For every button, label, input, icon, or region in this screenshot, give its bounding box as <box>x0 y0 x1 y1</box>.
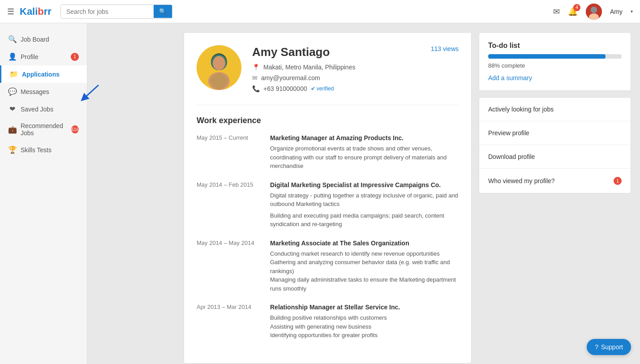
who-viewed-item[interactable]: Who viewed my profile? 1 <box>479 169 631 193</box>
profile-email: ✉ amy@youremail.com <box>252 74 459 81</box>
header-right: ✉ 🔔 4 Amy ▾ <box>553 4 633 20</box>
sidebar-label-messages: Messages <box>21 88 49 95</box>
profile-info: Amy Santiago 113 views 📍 Makati, Metro M… <box>252 45 459 96</box>
exp-date-3: May 2014 – May 2014 <box>197 240 259 293</box>
sidebar-label-profile: Profile <box>21 53 39 60</box>
saved-jobs-icon: ❤ <box>8 105 16 113</box>
preview-profile-label: Preview profile <box>488 129 529 137</box>
recommended-jobs-icon: 💼 <box>8 125 16 134</box>
profile-location: 📍 Makati, Metro Manila, Philippines <box>252 64 459 71</box>
skills-tests-icon: 🏆 <box>8 146 16 154</box>
profile-name: Amy Santiago <box>252 45 330 59</box>
support-button[interactable]: ? Support <box>587 339 631 355</box>
work-experience: Work experience May 2015 – Current Marke… <box>197 105 459 340</box>
dropdown-arrow-icon[interactable]: ▾ <box>631 9 633 14</box>
profile-avatar-image <box>197 45 241 90</box>
avatar[interactable] <box>586 4 602 20</box>
exp-desc-1: Organize promotional events at trade sho… <box>270 144 459 171</box>
sidebar-label-skills-tests: Skills Tests <box>21 146 52 154</box>
email-icon: ✉ <box>252 74 258 81</box>
applications-icon: 📁 <box>9 70 17 78</box>
profile-card: Amy Santiago 113 views 📍 Makati, Metro M… <box>184 32 472 364</box>
location-icon: 📍 <box>252 64 260 71</box>
exp-title-4: Relationship Manager at Stellar Service … <box>270 304 459 311</box>
exp-desc-3c: Managing daily administrative tasks to e… <box>270 275 459 293</box>
search-bar: 🔍 <box>60 4 172 19</box>
exp-date-1: May 2015 – Current <box>197 134 259 171</box>
search-input[interactable] <box>61 5 154 18</box>
logo-text2: rr <box>44 6 52 17</box>
progress-fill <box>488 54 606 59</box>
support-label: Support <box>601 343 623 351</box>
exp-title-3: Marketing Associate at The Sales Organiz… <box>270 240 459 247</box>
exp-date-4: Apr 2013 – Mar 2014 <box>197 304 259 340</box>
actively-looking-item[interactable]: Actively looking for jobs <box>479 98 631 121</box>
exp-content-4: Relationship Manager at Stellar Service … <box>270 304 459 340</box>
profile-badge: 1 <box>71 53 79 61</box>
profile-icon: 👤 <box>8 52 16 61</box>
download-profile-label: Download profile <box>488 153 535 160</box>
sidebar-item-saved-jobs[interactable]: ❤ Saved Jobs <box>0 100 87 118</box>
sidebar-item-applications[interactable]: 📁 Applications <box>0 65 87 83</box>
logo-accent: b <box>38 6 43 17</box>
header: ☰ Kalibrr 🔍 ✉ 🔔 4 Amy ▾ <box>0 0 640 23</box>
notification-badge: 4 <box>573 4 580 11</box>
exp-desc-4b: Assisting with generating new business <box>270 322 459 331</box>
sidebar-label-saved-jobs: Saved Jobs <box>21 106 53 113</box>
mail-icon[interactable]: ✉ <box>553 7 560 17</box>
exp-item-1: May 2015 – Current Marketing Manager at … <box>197 134 459 171</box>
exp-desc-4c: Identifying opportunities for greater pr… <box>270 331 459 340</box>
layout: Amy Santiago 113 views 📍 Makati, Metro M… <box>0 23 640 364</box>
logo[interactable]: Kalibrr <box>20 6 52 17</box>
todo-title: To-do list <box>488 42 622 50</box>
user-name[interactable]: Amy <box>610 8 623 15</box>
sidebar-item-messages[interactable]: 💬 Messages <box>0 83 87 100</box>
exp-desc-2a: Digital strategy - putting together a st… <box>270 191 459 209</box>
exp-title-1: Marketing Manager at Amazing Products In… <box>270 134 459 141</box>
who-viewed-label: Who viewed my profile? <box>488 177 555 184</box>
notification-icon[interactable]: 🔔 4 <box>568 7 578 17</box>
exp-date-2: May 2014 – Feb 2015 <box>197 181 259 229</box>
svg-line-5 <box>84 85 99 98</box>
exp-desc-4a: Building positive relationships with cus… <box>270 313 459 322</box>
add-summary-link[interactable]: Add a summary <box>488 74 532 81</box>
logo-text: Kali <box>20 6 38 17</box>
who-viewed-badge: 1 <box>614 177 622 185</box>
sidebar-item-skills-tests[interactable]: 🏆 Skills Tests <box>0 141 87 158</box>
phone-icon: 📞 <box>252 85 260 92</box>
actively-looking-label: Actively looking for jobs <box>488 106 554 113</box>
progress-bar <box>488 54 622 59</box>
svg-point-3 <box>591 7 597 13</box>
todo-card: To-do list 88% complete Add a summary <box>479 32 631 91</box>
arrow-svg <box>78 83 101 105</box>
exp-item-2: May 2014 – Feb 2015 Digital Marketing Sp… <box>197 181 459 229</box>
left-column: Amy Santiago 113 views 📍 Makati, Metro M… <box>184 32 472 364</box>
exp-desc-2b: Building and executing paid media campai… <box>270 211 459 229</box>
verified-label: verified <box>317 86 334 92</box>
profile-phone: 📞 +63 910000000 ✔ verified <box>252 85 459 92</box>
profile-views: 113 views <box>431 45 459 52</box>
mail-symbol: ✉ <box>553 7 560 16</box>
support-icon: ? <box>595 343 598 351</box>
exp-item-3: May 2014 – May 2014 Marketing Associate … <box>197 240 459 293</box>
search-button[interactable]: 🔍 <box>154 5 172 18</box>
action-card: Actively looking for jobs Preview profil… <box>479 97 631 193</box>
sidebar-item-job-board[interactable]: 🔍 Job Board <box>0 30 87 48</box>
download-profile-item[interactable]: Download profile <box>479 145 631 169</box>
job-board-icon: 🔍 <box>8 35 16 43</box>
preview-profile-item[interactable]: Preview profile <box>479 121 631 145</box>
search-icon: 🔍 <box>159 8 167 15</box>
check-icon: ✔ <box>311 86 315 92</box>
menu-icon[interactable]: ☰ <box>7 7 14 17</box>
messages-icon: 💬 <box>8 87 16 96</box>
profile-header: Amy Santiago 113 views 📍 Makati, Metro M… <box>197 45 459 96</box>
sidebar-item-profile[interactable]: 👤 Profile 1 <box>0 48 87 65</box>
sidebar-item-recommended-jobs[interactable]: 💼 Recommended Jobs 616 <box>0 118 87 141</box>
verified-badge: ✔ verified <box>311 86 334 92</box>
exp-content-1: Marketing Manager at Amazing Products In… <box>270 134 459 171</box>
sidebar: 🔍 Job Board 👤 Profile 1 📁 Applications 💬… <box>0 23 87 364</box>
sidebar-label-recommended-jobs: Recommended Jobs <box>21 122 67 137</box>
exp-item-4: Apr 2013 – Mar 2014 Relationship Manager… <box>197 304 459 340</box>
main-content: Amy Santiago 113 views 📍 Makati, Metro M… <box>175 23 640 364</box>
exp-content-2: Digital Marketing Specialist at Impressi… <box>270 181 459 229</box>
